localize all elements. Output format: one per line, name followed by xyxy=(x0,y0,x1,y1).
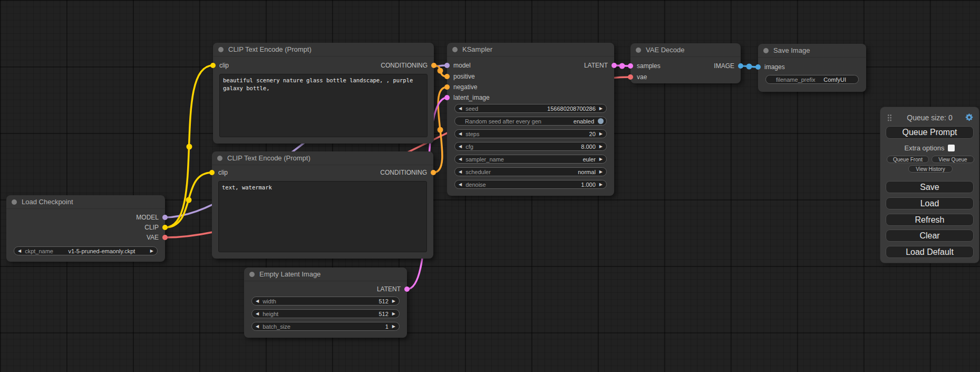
widget-label: batch_size xyxy=(263,323,290,330)
increment-arrow-icon[interactable]: ▶ xyxy=(599,170,603,174)
conditioning-output-dot[interactable] xyxy=(431,170,436,175)
node-title: CLIP Text Encode (Prompt) xyxy=(227,154,311,162)
widget-sampler-name[interactable]: ◀ sampler_name euler ▶ xyxy=(454,155,607,164)
decrement-arrow-icon[interactable]: ◀ xyxy=(459,170,462,174)
node-save-image[interactable]: Save Image images filename_prefix ComfyU… xyxy=(758,44,866,92)
slot-conditioning-output: CONDITIONING xyxy=(213,61,434,70)
collapse-dot-icon[interactable] xyxy=(12,199,17,205)
clip-output-dot[interactable] xyxy=(162,225,168,230)
increment-arrow-icon[interactable]: ▶ xyxy=(599,132,603,136)
slot-conditioning-output: CONDITIONING xyxy=(212,168,433,177)
widget-scheduler[interactable]: ◀ scheduler normal ▶ xyxy=(454,167,607,176)
slot-clip-output: CLIP xyxy=(6,223,165,232)
settings-gear-icon[interactable] xyxy=(965,113,974,124)
latent-output-dot[interactable] xyxy=(612,63,617,68)
decrement-arrow-icon[interactable]: ◀ xyxy=(459,157,462,161)
widget-width[interactable]: ◀ width 512 ▶ xyxy=(251,297,400,306)
queue-prompt-button[interactable]: Queue Prompt xyxy=(886,126,974,139)
save-button[interactable]: Save xyxy=(886,181,974,193)
node-graph-canvas[interactable]: Load Checkpoint MODEL CLIP VAE ◀ ckpt_na… xyxy=(0,0,980,372)
widget-denoise[interactable]: ◀ denoise 1.000 ▶ xyxy=(454,180,607,189)
collapse-dot-icon[interactable] xyxy=(452,47,458,52)
node-title-bar[interactable]: VAE Decode xyxy=(630,43,741,57)
widget-value: 1.000 xyxy=(581,182,596,188)
extra-options-checkbox[interactable] xyxy=(948,145,955,151)
node-title-bar[interactable]: CLIP Text Encode (Prompt) xyxy=(213,43,434,56)
increment-arrow-icon[interactable]: ▶ xyxy=(599,145,603,149)
vae-output-dot[interactable] xyxy=(162,235,168,240)
view-queue-button[interactable]: View Queue xyxy=(932,156,974,163)
decrement-arrow-icon[interactable]: ◀ xyxy=(18,249,21,253)
images-input-dot[interactable] xyxy=(755,64,761,70)
widget-batch-size[interactable]: ◀ batch_size 1 ▶ xyxy=(251,322,400,331)
decrement-arrow-icon[interactable]: ◀ xyxy=(459,183,462,187)
decrement-arrow-icon[interactable]: ◀ xyxy=(459,132,462,136)
collapse-dot-icon[interactable] xyxy=(636,47,641,53)
node-ksampler[interactable]: KSampler model LATENT positive negative … xyxy=(447,43,614,196)
widget-seed[interactable]: ◀ seed 156680208700286 ▶ xyxy=(454,104,607,113)
latent-image-input-dot[interactable] xyxy=(444,95,450,100)
increment-arrow-icon[interactable]: ▶ xyxy=(150,249,153,253)
increment-arrow-icon[interactable]: ▶ xyxy=(599,107,603,111)
slot-label: CLIP xyxy=(144,224,159,231)
slot-positive-input: positive xyxy=(447,72,614,81)
decrement-arrow-icon[interactable]: ◀ xyxy=(256,312,259,316)
node-title: Empty Latent Image xyxy=(259,270,321,278)
conditioning-output-dot[interactable] xyxy=(431,63,436,68)
node-clip-text-encode-positive[interactable]: CLIP Text Encode (Prompt) clip CONDITION… xyxy=(213,43,434,144)
node-title-bar[interactable]: CLIP Text Encode (Prompt) xyxy=(212,151,433,165)
increment-arrow-icon[interactable]: ▶ xyxy=(599,183,603,187)
widget-label: denoise xyxy=(465,182,486,188)
widget-value: enabled xyxy=(574,118,594,125)
node-title: Save Image xyxy=(773,46,810,54)
decrement-arrow-icon[interactable]: ◀ xyxy=(459,107,462,111)
queue-front-button[interactable]: Queue Front xyxy=(887,156,929,163)
image-output-dot[interactable] xyxy=(738,63,743,69)
decrement-arrow-icon[interactable]: ◀ xyxy=(256,299,259,303)
collapse-dot-icon[interactable] xyxy=(249,272,255,277)
node-title: Load Checkpoint xyxy=(22,198,73,206)
node-title-bar[interactable]: KSampler xyxy=(447,43,614,56)
increment-arrow-icon[interactable]: ▶ xyxy=(392,312,395,316)
node-title-bar[interactable]: Save Image xyxy=(758,44,866,58)
widget-ckpt-name[interactable]: ◀ ckpt_name v1-5-pruned-emaonly.ckpt ▶ xyxy=(14,246,158,255)
node-vae-decode[interactable]: VAE Decode samples IMAGE vae xyxy=(630,43,741,83)
model-output-dot[interactable] xyxy=(162,215,168,220)
slot-latent-output: LATENT xyxy=(244,285,407,293)
collapse-dot-icon[interactable] xyxy=(217,156,222,161)
collapse-dot-icon[interactable] xyxy=(763,48,769,53)
clear-button[interactable]: Clear xyxy=(886,230,974,242)
increment-arrow-icon[interactable]: ▶ xyxy=(392,325,395,329)
negative-prompt-textarea[interactable]: text, watermark xyxy=(218,181,427,252)
positive-prompt-textarea[interactable]: beautiful scenery nature glass bottle la… xyxy=(219,74,428,137)
node-load-checkpoint[interactable]: Load Checkpoint MODEL CLIP VAE ◀ ckpt_na… xyxy=(6,195,165,262)
slot-latent-image-input: latent_image xyxy=(447,93,614,102)
slot-label: positive xyxy=(453,73,475,80)
view-history-button[interactable]: View History xyxy=(908,165,953,173)
load-button[interactable]: Load xyxy=(886,197,974,209)
decrement-arrow-icon[interactable]: ◀ xyxy=(256,325,259,329)
widget-filename-prefix[interactable]: filename_prefix ComfyUI xyxy=(765,75,859,84)
drag-handle-icon[interactable] xyxy=(887,114,892,121)
widget-random-seed-toggle[interactable]: Random seed after every gen enabled xyxy=(454,117,607,126)
widget-steps[interactable]: ◀ steps 20 ▶ xyxy=(454,129,607,138)
node-title-bar[interactable]: Empty Latent Image xyxy=(244,268,407,281)
widget-height[interactable]: ◀ height 512 ▶ xyxy=(251,309,400,318)
decrement-arrow-icon[interactable]: ◀ xyxy=(459,145,462,149)
node-clip-text-encode-negative[interactable]: CLIP Text Encode (Prompt) clip CONDITION… xyxy=(212,151,433,259)
widget-label: width xyxy=(263,298,276,304)
toggle-circle-icon[interactable] xyxy=(598,118,604,124)
positive-input-dot[interactable] xyxy=(444,74,450,79)
vae-input-dot[interactable] xyxy=(628,74,633,80)
increment-arrow-icon[interactable]: ▶ xyxy=(599,157,603,161)
latent-output-dot[interactable] xyxy=(404,287,410,292)
collapse-dot-icon[interactable] xyxy=(218,47,224,52)
node-empty-latent-image[interactable]: Empty Latent Image LATENT ◀ width 512 ▶ … xyxy=(244,268,407,338)
load-default-button[interactable]: Load Default xyxy=(886,246,974,258)
refresh-button[interactable]: Refresh xyxy=(886,214,974,226)
negative-input-dot[interactable] xyxy=(444,84,450,90)
increment-arrow-icon[interactable]: ▶ xyxy=(392,299,395,303)
slot-label: latent_image xyxy=(453,94,490,101)
node-title-bar[interactable]: Load Checkpoint xyxy=(6,195,165,209)
widget-cfg[interactable]: ◀ cfg 8.000 ▶ xyxy=(454,142,607,151)
